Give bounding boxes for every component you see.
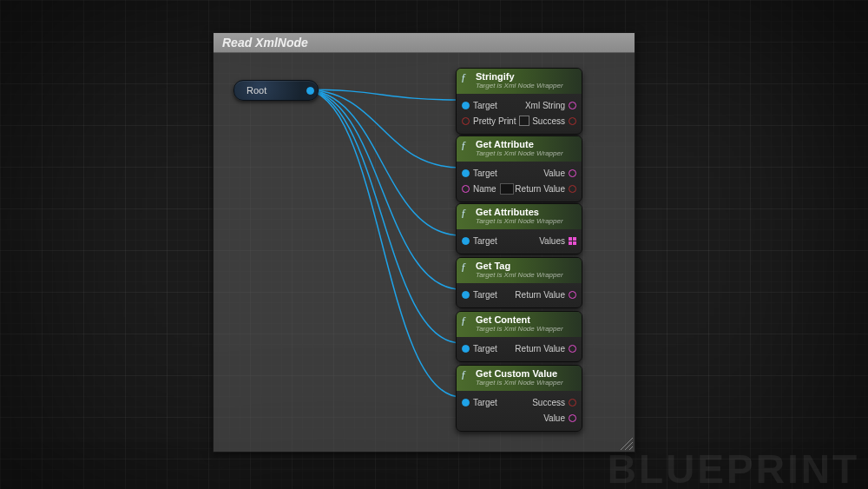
input-pin[interactable] bbox=[462, 117, 470, 125]
root-variable-node[interactable]: Root bbox=[233, 80, 319, 101]
pin-row: TargetReturn Value bbox=[462, 340, 576, 356]
node-body: TargetReturn Value bbox=[457, 283, 582, 307]
function-icon: ƒ bbox=[461, 139, 472, 150]
pin-row: Pretty PrintSuccess bbox=[462, 113, 576, 129]
input-pin[interactable] bbox=[462, 169, 470, 177]
node-subtitle: Target is Xml Node Wrapper bbox=[476, 325, 576, 334]
pin-row: TargetValue bbox=[462, 165, 576, 181]
output-pin[interactable] bbox=[569, 185, 576, 193]
checkbox-icon[interactable] bbox=[519, 116, 529, 126]
watermark-text: BLUEPRINT bbox=[608, 446, 859, 489]
wire bbox=[303, 89, 461, 168]
pin-label: Target bbox=[473, 290, 497, 300]
pin-label: Name bbox=[473, 184, 496, 194]
pin-row: TargetReturn Value bbox=[462, 287, 576, 302]
pin-row: TargetXml String bbox=[462, 97, 576, 113]
function-node-getattributes[interactable]: ƒGet AttributesTarget is Xml Node Wrappe… bbox=[456, 203, 582, 254]
pin-label: Values bbox=[539, 236, 565, 246]
pin-label: Target bbox=[473, 236, 497, 246]
node-header[interactable]: ƒGet AttributesTarget is Xml Node Wrappe… bbox=[457, 204, 582, 229]
node-subtitle: Target is Xml Node Wrapper bbox=[476, 217, 576, 226]
node-body: TargetXml StringPretty PrintSuccess bbox=[457, 94, 582, 134]
pin-label: Return Value bbox=[515, 184, 565, 194]
node-subtitle: Target is Xml Node Wrapper bbox=[476, 149, 576, 158]
pin-label: Success bbox=[532, 398, 565, 407]
input-pin[interactable] bbox=[462, 399, 470, 406]
output-pin[interactable] bbox=[569, 169, 576, 177]
node-subtitle: Target is Xml Node Wrapper bbox=[476, 271, 576, 280]
svg-text:ƒ: ƒ bbox=[461, 261, 466, 272]
input-pin[interactable] bbox=[462, 185, 470, 193]
output-pin[interactable] bbox=[569, 399, 576, 406]
pin-label: Pretty Print bbox=[473, 116, 516, 126]
wire bbox=[303, 89, 461, 343]
comment-title[interactable]: Read XmlNode bbox=[214, 33, 635, 53]
function-icon: ƒ bbox=[461, 314, 472, 326]
comment-panel[interactable]: Read XmlNode Root ƒStringifyTarget is Xm… bbox=[213, 32, 635, 453]
function-node-gettag[interactable]: ƒGet TagTarget is Xml Node WrapperTarget… bbox=[456, 257, 582, 308]
node-subtitle: Target is Xml Node Wrapper bbox=[476, 82, 576, 90]
svg-text:ƒ: ƒ bbox=[461, 207, 466, 218]
wire bbox=[303, 89, 461, 235]
pin-label: Target bbox=[473, 101, 497, 110]
node-header[interactable]: ƒGet AttributeTarget is Xml Node Wrapper bbox=[457, 136, 582, 162]
wire bbox=[303, 89, 461, 397]
resize-handle-icon[interactable] bbox=[621, 438, 633, 450]
node-body: TargetSuccessValue bbox=[457, 391, 582, 431]
pin-row: Value bbox=[462, 410, 576, 426]
function-icon: ƒ bbox=[461, 207, 472, 218]
node-header[interactable]: ƒStringifyTarget is Xml Node Wrapper bbox=[457, 69, 582, 94]
pin-label: Return Value bbox=[515, 344, 565, 354]
svg-text:ƒ: ƒ bbox=[461, 314, 466, 326]
function-node-getcustomvalue[interactable]: ƒGet Custom ValueTarget is Xml Node Wrap… bbox=[456, 365, 582, 432]
input-pin[interactable] bbox=[462, 237, 470, 245]
node-header[interactable]: ƒGet Custom ValueTarget is Xml Node Wrap… bbox=[457, 366, 582, 391]
svg-text:ƒ: ƒ bbox=[461, 139, 466, 150]
node-subtitle: Target is Xml Node Wrapper bbox=[476, 379, 576, 387]
node-title: Get Custom Value bbox=[476, 367, 576, 379]
pin-row: NameReturn Value bbox=[462, 181, 576, 196]
pin-label: Success bbox=[532, 116, 565, 126]
node-header[interactable]: ƒGet ContentTarget is Xml Node Wrapper bbox=[457, 312, 582, 337]
node-body: TargetReturn Value bbox=[457, 337, 582, 361]
input-pin[interactable] bbox=[462, 102, 470, 109]
input-pin[interactable] bbox=[462, 345, 470, 353]
textbox-icon[interactable] bbox=[500, 183, 514, 195]
pin-label: Target bbox=[473, 398, 497, 407]
pin-label: Return Value bbox=[515, 290, 565, 300]
output-pin[interactable] bbox=[569, 291, 576, 299]
svg-text:ƒ: ƒ bbox=[461, 71, 466, 83]
function-node-stringify[interactable]: ƒStringifyTarget is Xml Node WrapperTarg… bbox=[456, 68, 582, 135]
node-title: Get Attribute bbox=[476, 138, 576, 149]
function-icon: ƒ bbox=[461, 261, 472, 272]
output-pin[interactable] bbox=[569, 102, 576, 109]
map-output-icon[interactable] bbox=[569, 237, 576, 245]
pin-label: Xml String bbox=[525, 101, 565, 110]
function-icon: ƒ bbox=[461, 71, 472, 83]
node-title: Get Attributes bbox=[476, 206, 576, 217]
node-title: Get Tag bbox=[476, 260, 576, 271]
root-label: Root bbox=[247, 85, 266, 96]
pin-label: Target bbox=[473, 169, 497, 178]
function-icon: ƒ bbox=[461, 368, 472, 380]
node-title: Get Content bbox=[476, 314, 576, 325]
output-pin[interactable] bbox=[569, 414, 576, 422]
pin-row: TargetValues bbox=[462, 233, 576, 248]
node-header[interactable]: ƒGet TagTarget is Xml Node Wrapper bbox=[457, 258, 582, 283]
pin-row: TargetSuccess bbox=[462, 394, 576, 410]
wire bbox=[303, 89, 461, 289]
pin-label: Value bbox=[543, 169, 565, 178]
pin-label: Target bbox=[473, 344, 497, 354]
output-pin[interactable] bbox=[569, 345, 576, 353]
function-node-getattribute[interactable]: ƒGet AttributeTarget is Xml Node Wrapper… bbox=[456, 135, 582, 202]
output-pin[interactable] bbox=[569, 117, 576, 125]
node-title: Stringify bbox=[476, 70, 576, 82]
root-output-pin[interactable] bbox=[306, 87, 314, 95]
function-node-getcontent[interactable]: ƒGet ContentTarget is Xml Node WrapperTa… bbox=[456, 311, 582, 362]
node-body: TargetValueNameReturn Value bbox=[457, 162, 582, 202]
wire bbox=[303, 89, 461, 100]
svg-text:ƒ: ƒ bbox=[461, 368, 466, 380]
input-pin[interactable] bbox=[462, 291, 470, 299]
node-body: TargetValues bbox=[457, 229, 582, 254]
pin-label: Value bbox=[543, 413, 565, 423]
